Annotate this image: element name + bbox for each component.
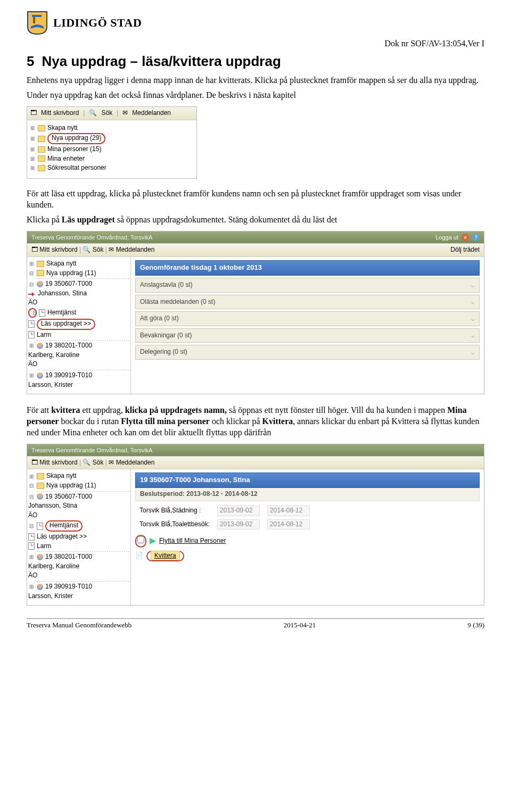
panel-att-gora[interactable]: Att göra (0 st)⌵ [135,311,480,326]
expand-icon[interactable]: ⊞ [29,164,36,171]
content-title-person: 19 350607-T000 Johansson, Stina [135,473,480,488]
folder-icon [38,165,45,171]
desktop-icon: 🗔 [31,246,38,253]
tree-item-skapa-nytt[interactable]: ⊞Skapa nytt [28,259,129,269]
highlighted-nya-uppdrag: Nya uppdrag (29) [47,133,105,144]
tree-item-larm[interactable]: Larm [28,330,129,340]
date-to: 2014-08-12 [267,519,310,530]
panel-delegering[interactable]: Delegering (0 st)⌵ [135,345,480,360]
footer-left: Treserva Manual Genomförandewebb [27,621,131,630]
footer-center: 2015-04-21 [284,621,316,630]
tree-item-skapa-nytt[interactable]: ⊞Skapa nytt [28,471,129,481]
document-icon [28,320,35,328]
panel-anslagstavla[interactable]: Anslagstavla (0 st)⌵ [135,278,480,293]
tree-item-nya-uppdrag[interactable]: ⊞ Nya uppdrag (29) [29,132,194,145]
content-panel: 19 350607-T000 Johansson, Stina Beslutsp… [131,469,484,605]
person-icon [37,372,43,379]
kvittera-row[interactable]: 📄 Kvittera [135,551,480,562]
close-icon[interactable]: ✕ [461,234,469,241]
tree-item-person-1[interactable]: ⊟ 19 350607-T000 [28,279,129,289]
toolbar-sok[interactable]: Sök [93,459,104,466]
lidingo-logo-icon [27,11,48,35]
tree-item-hemtjanst[interactable]: ⊟ Hemtjänst [28,308,129,318]
svg-rect-1 [32,15,42,17]
collapse-icon: ⌵ [471,332,475,339]
collapse-icon: ⌵ [471,298,475,305]
paragraph-intro-2: Under nya uppdrag kan det också finnas v… [27,90,484,101]
tree-item-nya-uppdrag[interactable]: ⊟Nya uppdrag (11) [28,481,129,491]
toolbar-sok[interactable]: Sök [93,246,104,253]
beslutsperiod-label: Beslutsperiod: 2013-08-12 - 2014-08-12 [135,488,480,501]
section-heading: 5Nya uppdrag – läsa/kvittera uppdrag [27,53,484,71]
document-icon [37,523,43,530]
flytta-row[interactable]: Flytta till Mina Personer [135,535,480,548]
panel-bevakningar[interactable]: Bevakningar (0 st)⌵ [135,328,480,343]
tree-item-las-uppdraget[interactable]: Läs uppdraget >> [28,532,129,542]
content-panel: Genomförande tisdag 1 oktober 2013 Ansla… [131,257,484,394]
service-label: Torsvik Blå,Toalettbesök: [136,518,213,531]
toolbar-mitt-skrivbord[interactable]: Mitt skrivbord [39,459,77,466]
tree-item-hemtjanst[interactable]: ⊟ Hemtjänst [28,520,129,532]
tree-item-person-3[interactable]: ⊞ 19 390919-T010 [28,582,129,592]
person-icon [37,493,43,500]
expand-icon[interactable]: ⊞ [29,146,36,153]
flytta-checkbox[interactable] [137,536,144,543]
tree-item-person-2-ao: ÄO [28,360,129,369]
tree-item-larm[interactable]: Larm [28,542,129,551]
logout-link[interactable]: Logga ut [435,234,458,241]
person-icon [37,554,43,560]
tree-item-sokresultat[interactable]: ⊞ Sökresultat personer [29,163,194,173]
expand-icon[interactable]: ⊞ [29,135,36,142]
expand-icon[interactable]: ⊞ [29,125,36,131]
page-footer: Treserva Manual Genomförandewebb 2015-04… [27,618,484,630]
tree-item-person-2[interactable]: ⊞ 19 380201-T000 [28,552,129,562]
paragraph-intro-1: Enhetens nya uppdrag ligger i denna mapp… [27,75,484,86]
tree-item-person-1-name: Johansson, Stina [28,289,129,299]
content-title: Genomförande tisdag 1 oktober 2013 [135,260,480,276]
tree-item-person-1-ao: ÄO [28,511,129,520]
tree-item-nya-uppdrag[interactable]: ⊟Nya uppdrag (11) [28,269,129,278]
sidebar-tree: ⊞Skapa nytt ⊟Nya uppdrag (11) ⊟ 19 35060… [27,469,131,605]
folder-icon [38,155,45,162]
paragraph-read-instructions: För att läsa ett uppdrag, klicka på plus… [27,188,484,211]
tree-item-person-3[interactable]: ⊞ 19 390919-T010 [28,371,129,380]
screenshot-kvittera: Treserva Genomförande Omvårdnad, Torsvik… [27,444,484,606]
tree-item-mina-personer[interactable]: ⊞ Mina personer (15) [29,145,194,154]
annotation-circle: Kvittera [146,551,184,562]
tree-item-skapa-nytt[interactable]: ⊞ Skapa nytt [29,123,194,133]
app-title: Treserva Genomförande Omvårdnad, Torsvik… [31,234,152,241]
search-icon: 🔍 [83,246,90,253]
tree-view: ⊞ Skapa nytt ⊞ Nya uppdrag (29) ⊞ Mina p… [27,120,196,178]
toolbar: 🗔 Mitt skrivbord | 🔍 Sök | ✉ Meddelanden [27,456,484,470]
toolbar-sok[interactable]: Sök [101,109,112,118]
screenshot-tree-nya-uppdrag: 🗔 Mitt skrivbord | 🔍 Sök | ✉ Meddelanden… [27,106,197,179]
app-title-bar: Treserva Genomförande Omvårdnad, Torsvik… [27,444,484,456]
folder-icon [38,146,45,153]
toolbar-meddelanden[interactable]: Meddelanden [132,109,171,118]
section-title: Nya uppdrag – läsa/kvittera uppdrag [42,53,281,69]
toolbar-mitt-skrivbord[interactable]: Mitt skrivbord [41,109,79,118]
table-row: Torsvik Blå,Städning : 2013-09-02 2014-0… [136,504,313,517]
tree-item-person-2-name: Karlberg, Karoline [28,351,129,360]
tree-item-person-3-name: Larsson, Krister [28,380,129,390]
help-icon[interactable]: ? [472,234,480,241]
kvittera-button[interactable]: Kvittera [151,551,180,560]
toolbar-meddelanden[interactable]: Meddelanden [116,246,155,253]
document-icon [28,533,35,541]
tree-item-person-2[interactable]: ⊞ 19 380201-T000 [28,341,129,351]
tree-item-person-1[interactable]: ⊟ 19 350607-T000 [28,492,129,502]
table-row: Torsvik Blå,Toalettbesök: 2013-09-02 201… [136,518,313,531]
tree-item-las-uppdraget[interactable]: Läs uppdraget >> [28,318,129,330]
section-number: 5 [27,53,34,69]
toolbar-mitt-skrivbord[interactable]: Mitt skrivbord [39,246,77,253]
toolbar-meddelanden[interactable]: Meddelanden [116,459,155,466]
folder-icon [38,125,45,131]
folder-icon [38,136,45,142]
tree-item-mina-enheter[interactable]: ⊞ Mina enheter [29,154,194,164]
expand-icon[interactable]: ⊞ [29,155,36,162]
date-from: 2013-09-02 [217,506,260,516]
tree-item-person-2-ao: ÄO [28,571,129,581]
panel-olasta[interactable]: Olästa meddelanden (0 st)⌵ [135,295,480,310]
mail-icon: ✉ [109,246,114,253]
hide-tree-link[interactable]: Dölj trädet [450,246,480,254]
